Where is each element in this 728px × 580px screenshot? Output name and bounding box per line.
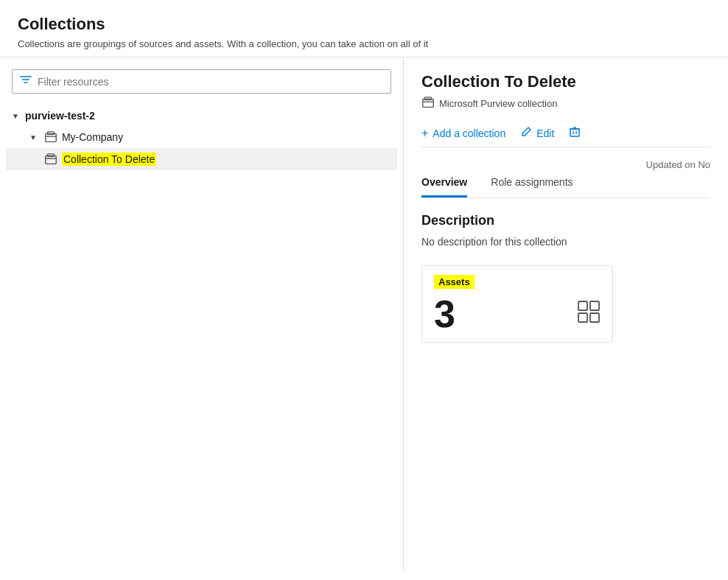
delete-icon	[569, 126, 581, 141]
assets-row: 3	[434, 295, 601, 333]
collection-type-icon	[421, 96, 435, 111]
svg-rect-17	[590, 313, 599, 322]
collection-type-label: Microsoft Purview collection	[439, 98, 557, 109]
tree-item-my-company[interactable]: ▼ My-Company	[6, 126, 397, 148]
svg-rect-3	[46, 156, 56, 164]
svg-rect-0	[46, 134, 56, 142]
filter-input[interactable]	[38, 76, 383, 88]
filter-icon	[20, 74, 32, 88]
tab-role-assignments[interactable]: Role assignments	[491, 176, 573, 198]
tree-root-label: purview-test-2	[25, 110, 95, 122]
svg-rect-14	[578, 301, 587, 310]
collection-to-delete-label: Collection To Delete	[62, 153, 156, 166]
page-subtitle: Collections are groupings of sources and…	[18, 38, 710, 49]
collection-icon-my-company	[44, 130, 57, 144]
add-icon: +	[421, 127, 428, 140]
svg-rect-15	[590, 301, 599, 310]
edit-button[interactable]: Edit	[520, 126, 554, 141]
my-company-label: My-Company	[62, 131, 123, 143]
delete-button[interactable]	[569, 126, 581, 141]
collection-icon-to-delete	[44, 153, 57, 166]
tree-arrow-root: ▼	[12, 112, 19, 120]
svg-rect-4	[48, 154, 55, 157]
assets-grid-icon[interactable]	[577, 300, 601, 329]
tree-item-collection-to-delete[interactable]: Collection To Delete	[6, 148, 397, 170]
svg-rect-9	[570, 129, 579, 136]
svg-rect-7	[425, 97, 432, 100]
add-collection-button[interactable]: + Add a collection	[421, 127, 505, 140]
tree-section: ▼ purview-test-2 ▼ My-Company	[0, 105, 403, 170]
assets-label: Assets	[434, 275, 475, 289]
description-section: Description No description for this coll…	[421, 213, 710, 265]
page-header: Collections Collections are groupings of…	[0, 0, 728, 57]
svg-rect-1	[47, 132, 54, 135]
left-panel: ▼ purview-test-2 ▼ My-Company	[0, 57, 404, 571]
collection-type: Microsoft Purview collection	[421, 96, 710, 111]
assets-count: 3	[434, 295, 455, 333]
edit-icon	[520, 126, 532, 141]
assets-card: Assets 3	[421, 265, 613, 343]
toolbar: + Add a collection Edit	[421, 126, 710, 147]
right-panel: Collection To Delete Microsoft Purview c…	[404, 57, 728, 571]
main-layout: ▼ purview-test-2 ▼ My-Company	[0, 57, 728, 571]
description-heading: Description	[421, 213, 710, 228]
svg-rect-6	[423, 99, 433, 108]
add-collection-label: Add a collection	[433, 127, 505, 139]
svg-rect-16	[578, 313, 587, 322]
collection-header: Collection To Delete Microsoft Purview c…	[421, 72, 710, 111]
filter-box[interactable]	[12, 69, 391, 94]
edit-label: Edit	[536, 127, 554, 139]
tabs: Overview Role assignments	[421, 176, 710, 198]
page-title: Collections	[18, 15, 710, 34]
updated-text: Updated on No	[421, 159, 710, 170]
description-body: No description for this collection	[421, 236, 710, 248]
collection-detail-title: Collection To Delete	[421, 72, 710, 91]
tree-root-item[interactable]: ▼ purview-test-2	[6, 105, 397, 126]
tab-overview[interactable]: Overview	[421, 176, 467, 198]
tree-arrow-company: ▼	[29, 133, 37, 141]
